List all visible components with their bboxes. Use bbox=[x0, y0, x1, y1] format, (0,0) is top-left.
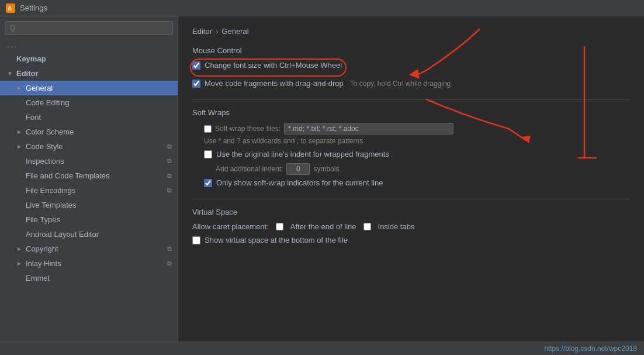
sidebar-item-inlay-hints[interactable]: ► Inlay Hints ⧉ bbox=[0, 256, 178, 271]
change-font-size-row: Change font size with Ctrl+Mouse Wheel bbox=[192, 61, 342, 70]
current-line-row: Only show soft-wrap indicators for the c… bbox=[204, 178, 630, 187]
inside-tabs-label: Inside tabs bbox=[378, 222, 415, 231]
breadcrumb-editor: Editor bbox=[192, 27, 212, 36]
title-bar: A Settings bbox=[0, 0, 644, 16]
copyright-arrow: ► bbox=[16, 246, 25, 252]
general-arrow: ► bbox=[16, 85, 25, 91]
editor-label: Editor bbox=[16, 69, 39, 78]
sidebar: ... Keymap ▼ Editor ► General Code Editi… bbox=[0, 16, 178, 342]
mouse-control-title: Mouse Control bbox=[192, 46, 630, 55]
after-end-checkbox[interactable] bbox=[276, 223, 283, 230]
file-encodings-label: File Encodings bbox=[26, 186, 75, 195]
virtual-space-group: Virtual Space Allow caret placement: Aft… bbox=[192, 208, 630, 244]
sidebar-item-android-layout-editor[interactable]: Android Layout Editor bbox=[0, 227, 178, 242]
sidebar-item-color-scheme[interactable]: ► Color Scheme bbox=[0, 125, 178, 139]
keymap-label: Keymap bbox=[16, 54, 46, 63]
file-code-templates-copy-icon: ⧉ bbox=[167, 172, 172, 180]
sidebar-item-code-editing[interactable]: Code Editing bbox=[0, 95, 178, 110]
general-label: General bbox=[26, 84, 53, 92]
soft-wrap-hint: Use * and ? as wildcards and ; to separa… bbox=[204, 137, 630, 145]
app-icon: A bbox=[6, 4, 15, 13]
copyright-label: Copyright bbox=[26, 244, 58, 253]
sidebar-item-file-encodings[interactable]: File Encodings ⧉ bbox=[0, 183, 178, 198]
current-line-label: Only show soft-wrap indicators for the c… bbox=[216, 178, 383, 187]
caret-placement-label: Allow caret placement: bbox=[192, 222, 269, 231]
code-editing-label: Code Editing bbox=[26, 98, 69, 107]
move-code-fragments-checkbox[interactable] bbox=[192, 80, 200, 88]
soft-wrap-files-input[interactable] bbox=[284, 123, 453, 135]
inlay-hints-copy-icon: ⧉ bbox=[167, 260, 172, 267]
sidebar-item-file-code-templates[interactable]: File and Code Templates ⧉ bbox=[0, 168, 178, 183]
additional-indent-row: Add additional indent: symbols bbox=[216, 163, 630, 175]
breadcrumb-general: General bbox=[221, 27, 248, 36]
caret-placement-row: Allow caret placement: After the end of … bbox=[192, 222, 630, 231]
copyright-copy-icon: ⧉ bbox=[167, 245, 172, 253]
url-bar: https://blog.csdn.net/wpc2018 bbox=[0, 342, 644, 355]
bottom-virtual-space-label: Show virtual space at the bottom of the … bbox=[205, 236, 348, 244]
original-indent-label: Use the original line's indent for wrapp… bbox=[216, 150, 389, 158]
soft-wraps-title: Soft Wraps bbox=[192, 108, 630, 117]
sidebar-item-code-style[interactable]: ► Code Style ⧉ bbox=[0, 139, 178, 154]
inspections-copy-icon: ⧉ bbox=[167, 157, 172, 165]
sidebar-item-copyright[interactable]: ► Copyright ⧉ bbox=[0, 242, 178, 256]
editor-arrow: ▼ bbox=[7, 70, 15, 77]
original-indent-row: Use the original line's indent for wrapp… bbox=[204, 150, 630, 158]
soft-wrap-files-row: Soft-wrap these files: bbox=[204, 123, 630, 135]
android-layout-editor-label: Android Layout Editor bbox=[26, 230, 99, 239]
color-scheme-arrow: ► bbox=[16, 129, 25, 135]
sidebar-item-live-templates[interactable]: Live Templates bbox=[0, 198, 178, 212]
inlay-hints-arrow: ► bbox=[16, 260, 25, 267]
move-code-fragments-row: Move code fragments with drag-and-drop T… bbox=[192, 79, 630, 88]
virtual-space-title: Virtual Space bbox=[192, 208, 630, 216]
move-code-fragments-note: To copy, hold Ctrl while dragging bbox=[350, 80, 451, 88]
change-font-size-label: Change font size with Ctrl+Mouse Wheel bbox=[205, 61, 342, 70]
code-style-arrow: ► bbox=[16, 143, 25, 150]
bottom-virtual-space-checkbox[interactable] bbox=[192, 236, 200, 244]
additional-indent-input[interactable] bbox=[286, 163, 310, 175]
url-text: https://blog.csdn.net/wpc2018 bbox=[544, 344, 637, 353]
sidebar-item-editor[interactable]: ▼ Editor bbox=[0, 66, 178, 81]
inlay-hints-label: Inlay Hints bbox=[26, 259, 61, 268]
sidebar-item-inspections[interactable]: Inspections ⧉ bbox=[0, 154, 178, 168]
breadcrumb: Editor › General bbox=[192, 27, 630, 36]
soft-wrap-files-label: Soft-wrap these files: bbox=[215, 125, 281, 133]
sidebar-item-font[interactable]: Font bbox=[0, 110, 178, 125]
change-font-size-checkbox[interactable] bbox=[192, 61, 200, 70]
divider-1 bbox=[192, 99, 630, 100]
divider-2 bbox=[192, 199, 630, 199]
code-style-label: Code Style bbox=[26, 142, 63, 151]
sidebar-item-file-types[interactable]: File Types bbox=[0, 212, 178, 227]
file-code-templates-label: File and Code Templates bbox=[26, 171, 110, 180]
font-label: Font bbox=[26, 113, 41, 122]
sidebar-item-emmet[interactable]: Emmet bbox=[0, 271, 178, 285]
sidebar-item-keymap[interactable]: Keymap bbox=[0, 51, 178, 66]
right-panel: Editor › General Mouse Control Change fo… bbox=[178, 16, 644, 342]
bottom-virtual-space-row: Show virtual space at the bottom of the … bbox=[192, 236, 630, 244]
soft-wraps-group: Soft Wraps Soft-wrap these files: Use * … bbox=[192, 108, 630, 187]
original-indent-checkbox[interactable] bbox=[204, 150, 212, 158]
window-title: Settings bbox=[20, 4, 47, 12]
after-end-label: After the end of line bbox=[290, 222, 356, 231]
soft-wrap-files-checkbox[interactable] bbox=[204, 125, 212, 133]
symbols-label: symbols bbox=[313, 165, 339, 173]
search-input[interactable] bbox=[5, 21, 173, 35]
file-encodings-copy-icon: ⧉ bbox=[167, 187, 172, 194]
inspections-label: Inspections bbox=[26, 157, 64, 166]
inside-tabs-checkbox[interactable] bbox=[363, 223, 371, 230]
main-content: ... Keymap ▼ Editor ► General Code Editi… bbox=[0, 16, 644, 342]
sidebar-item-general[interactable]: ► General bbox=[0, 81, 178, 95]
move-code-fragments-label: Move code fragments with drag-and-drop bbox=[205, 79, 344, 88]
sidebar-dots: ... bbox=[0, 37, 178, 51]
emmet-label: Emmet bbox=[26, 274, 50, 282]
live-templates-label: Live Templates bbox=[26, 201, 76, 209]
svg-text:A: A bbox=[8, 5, 12, 12]
color-scheme-label: Color Scheme bbox=[26, 127, 74, 136]
current-line-checkbox[interactable] bbox=[204, 179, 212, 187]
code-style-copy-icon: ⧉ bbox=[167, 143, 172, 150]
additional-indent-label: Add additional indent: bbox=[216, 165, 283, 173]
breadcrumb-sep: › bbox=[216, 27, 218, 36]
file-types-label: File Types bbox=[26, 215, 60, 224]
mouse-control-group: Mouse Control Change font size with Ctrl… bbox=[192, 46, 630, 88]
